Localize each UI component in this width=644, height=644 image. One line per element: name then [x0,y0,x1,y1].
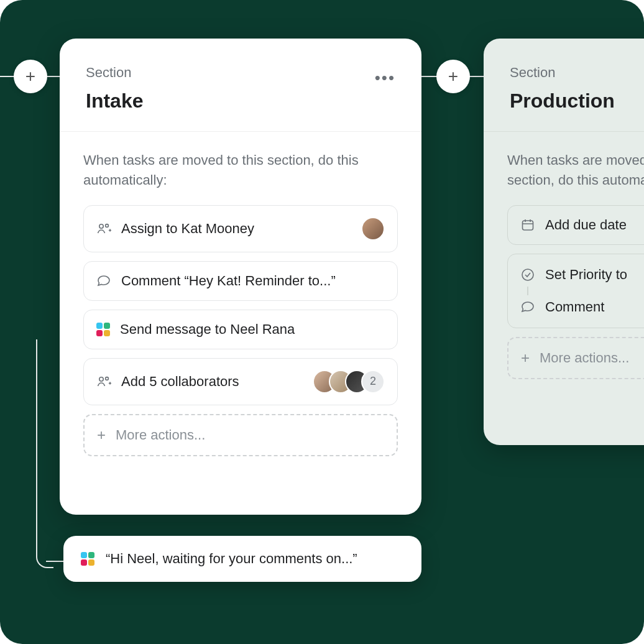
more-actions-button[interactable]: + More actions... [507,337,644,379]
plus-icon: + [521,349,530,367]
slack-message-text: “Hi Neel, waiting for your comments on..… [106,551,357,567]
comment-icon [520,300,535,315]
svg-point-0 [99,224,103,228]
rule-label: Set Priority to [545,267,627,283]
rule-comment[interactable]: Comment “Hey Kat! Reminder to...” [83,261,398,301]
rule-priority-comment[interactable]: Set Priority to Comment [507,254,644,328]
calendar-icon [520,218,535,232]
rule-slack-message[interactable]: Send message to Neel Rana [83,310,398,349]
section-card-production: Section Production When tasks are moved … [484,39,644,445]
workflow-canvas: + + Section Intake ••• When tasks are mo… [0,0,644,644]
add-section-button[interactable]: + [14,60,47,93]
avatar-overflow-count: 2 [361,370,385,393]
rule-assign[interactable]: Assign to Kat Mooney [83,205,398,252]
rule-label: Comment [545,299,604,315]
svg-rect-4 [523,221,533,230]
rule-label: Comment “Hey Kat! Reminder to...” [121,273,336,289]
rule-label: Send message to Neel Rana [120,321,295,338]
rule-divider [527,287,528,295]
rule-label: Assign to Kat Mooney [121,221,254,237]
section-menu-button[interactable]: ••• [375,65,395,88]
svg-point-5 [522,269,533,280]
rule-label: Add due date [545,217,627,233]
svg-point-1 [106,224,109,227]
avatar [361,217,385,241]
rule-label: Add 5 collaborators [121,374,239,390]
rule-add-collaborators[interactable]: Add 5 collaborators 2 [83,358,398,405]
section-card-intake: Section Intake ••• When tasks are moved … [60,39,421,515]
slack-icon [81,552,94,566]
section-title: Intake [86,90,143,113]
add-section-button[interactable]: + [436,60,470,93]
more-actions-label: More actions... [116,427,205,443]
section-title: Production [510,90,615,113]
priority-icon [520,267,535,282]
svg-point-3 [106,377,109,380]
automation-prompt: When tasks are moved to this section, do… [507,150,644,190]
avatar-stack: 2 [313,370,385,393]
collaborators-icon [96,374,111,389]
section-label: Section [86,65,143,81]
comment-icon [96,274,111,288]
assignee-icon [96,221,111,236]
connector-line [36,339,37,551]
automation-prompt: When tasks are moved to this section, do… [83,150,398,190]
more-actions-label: More actions... [540,350,629,366]
slack-message-preview: “Hi Neel, waiting for your comments on..… [63,536,421,582]
section-label: Section [510,65,615,81]
plus-icon: + [97,426,106,444]
svg-point-2 [99,377,103,381]
slack-icon [96,323,110,336]
more-actions-button[interactable]: + More actions... [83,414,398,456]
connector-line [36,551,53,568]
rule-due-date[interactable]: Add due date [507,205,644,245]
